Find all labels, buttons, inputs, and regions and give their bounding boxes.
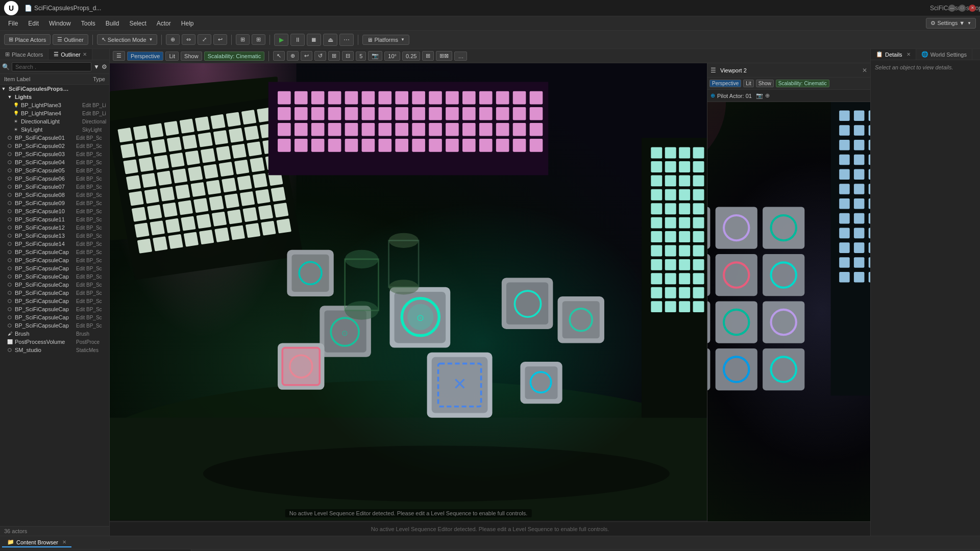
outliner-item[interactable]: ▼ Lights	[0, 93, 109, 101]
eject-btn[interactable]: ⏏	[323, 34, 337, 46]
menu-file[interactable]: File	[4, 19, 22, 28]
vp-extra-btn[interactable]: …	[454, 52, 467, 61]
menu-edit[interactable]: Edit	[24, 19, 43, 28]
outliner-item[interactable]: ⬡ BP_SciFiCapsuleCap Edit BP_Sc	[0, 272, 109, 281]
settings-dropdown[interactable]: ⚙ Settings ▼	[926, 18, 976, 29]
svg-rect-182	[496, 123, 509, 136]
vp-mode-5[interactable]: ⊞	[328, 51, 340, 61]
vp-mode-7[interactable]: 5	[356, 52, 366, 61]
vp-scale-label[interactable]: 0.25	[402, 52, 420, 61]
show-btn[interactable]: Show	[181, 52, 202, 61]
outliner-item[interactable]: ⬡ BP_SciFiCapsuleCap Edit BP_Sc	[0, 281, 109, 289]
outliner-item[interactable]: ⬡ BP_SciFiCapsuleCap Edit BP_Sc	[0, 297, 109, 305]
outliner-item[interactable]: ⬡ BP_SciFiCapsule14 Edit BP_Sc	[0, 240, 109, 248]
filter-icon[interactable]: ▼	[93, 63, 100, 70]
outliner-item[interactable]: 💡 BP_LightPlane3 Edit BP_Li	[0, 101, 109, 109]
selection-mode-btn[interactable]: ↖ Selection Mode	[97, 34, 158, 45]
outliner-item[interactable]: ⬡ BP_SciFiCapsule01 Edit BP_Sc	[0, 134, 109, 142]
outliner-item[interactable]: ⬡ BP_SciFiCapsule05 Edit BP_Sc	[0, 166, 109, 174]
vp2-camera-extra[interactable]: ⊕	[765, 92, 770, 99]
content-browser-tab[interactable]: 📁 Content Browser ✕	[2, 538, 71, 547]
vp2-close-btn[interactable]: ✕	[862, 67, 867, 74]
pause-btn[interactable]: ⏸	[290, 34, 305, 46]
vp2-show-btn[interactable]: Show	[756, 80, 774, 87]
vp-hamburger[interactable]: ☰	[113, 51, 125, 61]
outliner-item[interactable]: ⬜ PostProcessVolume PostProce	[0, 338, 109, 346]
snap-btn-2[interactable]: ⊞	[252, 34, 265, 45]
transform-btn-2[interactable]: ⇔	[182, 34, 195, 45]
vp2-lit-btn[interactable]: Lit	[743, 80, 754, 87]
transform-btn-4[interactable]: ↩	[213, 34, 227, 45]
outliner-tab[interactable]: ☰ Outliner ✕	[48, 49, 92, 60]
details-close-btn[interactable]: ✕	[906, 52, 911, 57]
outliner-btn[interactable]: ☰ Outliner	[53, 34, 88, 45]
menu-build[interactable]: Build	[102, 19, 124, 28]
lit-btn[interactable]: Lit	[165, 52, 179, 61]
svg-rect-93	[665, 161, 676, 172]
transform-btn-3[interactable]: ⤢	[198, 34, 211, 45]
vp2-perspective-btn[interactable]: Perspective	[709, 80, 741, 87]
outliner-item[interactable]: ⬡ BP_SciFiCapsule09 Edit BP_Sc	[0, 199, 109, 207]
outliner-item[interactable]: ▼ SciFiCapsulesProps_demolevel01 (	[0, 85, 109, 93]
outliner-item[interactable]: ☀ DirectionalLight Directional	[0, 117, 109, 126]
outliner-item[interactable]: ☀ SkyLight SkyLight	[0, 126, 109, 134]
outliner-item[interactable]: ⬡ BP_SciFiCapsule11 Edit BP_Sc	[0, 215, 109, 223]
outliner-item[interactable]: 🖌 Brush Brush	[0, 330, 109, 338]
menu-window[interactable]: Window	[45, 19, 75, 28]
details-tab[interactable]: 📋 Details ✕	[871, 49, 916, 60]
outliner-item[interactable]: ⬡ BP_SciFiCapsule07 Edit BP_Sc	[0, 183, 109, 191]
search-input[interactable]	[12, 62, 91, 71]
maximize-btn[interactable]: □	[959, 5, 966, 12]
menu-tools[interactable]: Tools	[77, 19, 100, 28]
vp-mode-2[interactable]: ⊕	[287, 51, 299, 61]
outliner-item[interactable]: ⬡ BP_SciFiCapsuleCap Edit BP_Sc	[0, 313, 109, 321]
vp-layout-btn[interactable]: ⊞⊠	[436, 51, 452, 61]
vp-camera-icon[interactable]: 📷	[368, 51, 382, 61]
vp-mode-6[interactable]: ⊟	[342, 51, 354, 61]
vp-mode-4[interactable]: ↺	[314, 51, 326, 61]
transform-btn-1[interactable]: ⊕	[166, 34, 180, 45]
outliner-item[interactable]: ⬡ BP_SciFiCapsule02 Edit BP_Sc	[0, 142, 109, 150]
vp2-hamburger[interactable]: ☰	[710, 67, 716, 74]
stop-btn[interactable]: ⏹	[307, 34, 321, 46]
vp-mode-3[interactable]: ↩	[301, 51, 312, 61]
outliner-item[interactable]: ⬡ BP_SciFiCapsuleCap Edit BP_Sc	[0, 305, 109, 313]
minimize-btn[interactable]: —	[948, 5, 955, 12]
item-name: BP_SciFiCapsuleCap	[15, 322, 76, 329]
close-btn[interactable]: ✕	[969, 5, 976, 12]
perspective-btn[interactable]: Perspective	[127, 52, 163, 61]
world-settings-tab[interactable]: 🌐 World Settings	[916, 49, 972, 60]
outliner-item[interactable]: 💡 BP_LightPlane4 Edit BP_Li	[0, 109, 109, 117]
extra-play-btn[interactable]: ⋯	[339, 34, 354, 46]
outliner-item[interactable]: ⬡ BP_SciFiCapsuleCap Edit BP_Sc	[0, 289, 109, 297]
vp-mode-1[interactable]: ↖	[273, 51, 285, 61]
viewport-main[interactable]: ⊙ ⊙	[110, 63, 707, 521]
vp2-scalability-btn[interactable]: Scalability: Cinematic	[776, 80, 829, 87]
cb-close-btn[interactable]: ✕	[62, 539, 66, 545]
settings-icon[interactable]: ⚙	[102, 63, 107, 70]
menu-actor[interactable]: Actor	[153, 19, 175, 28]
scalability-btn[interactable]: Scalability: Cinematic	[204, 52, 265, 61]
menu-select[interactable]: Select	[125, 19, 150, 28]
outliner-close-btn[interactable]: ✕	[83, 52, 87, 57]
outliner-item[interactable]: ⬡ BP_SciFiCapsule03 Edit BP_Sc	[0, 150, 109, 158]
place-actors-tab[interactable]: ⊞ Place Actors	[0, 49, 48, 60]
platforms-btn[interactable]: 🖥 Platforms	[362, 35, 409, 45]
outliner-item[interactable]: ⬡ BP_SciFiCapsuleCap Edit BP_Sc	[0, 321, 109, 330]
outliner-item[interactable]: ⬡ BP_SciFiCapsule10 Edit BP_Sc	[0, 207, 109, 215]
snap-btn-1[interactable]: ⊞	[236, 34, 250, 45]
outliner-item[interactable]: ⬡ BP_SciFiCapsule06 Edit BP_Sc	[0, 174, 109, 183]
outliner-item[interactable]: ⬡ BP_SciFiCapsule13 Edit BP_Sc	[0, 232, 109, 240]
outliner-item[interactable]: ⬡ BP_SciFiCapsuleCap Edit BP_Sc	[0, 264, 109, 272]
outliner-item[interactable]: ⬡ BP_SciFiCapsuleCap Edit BP_Sc	[0, 256, 109, 264]
outliner-item[interactable]: ⬡ BP_SciFiCapsule12 Edit BP_Sc	[0, 223, 109, 232]
outliner-item[interactable]: ⬡ BP_SciFiCapsule04 Edit BP_Sc	[0, 158, 109, 166]
outliner-item[interactable]: ⬡ BP_SciFiCapsule08 Edit BP_Sc	[0, 191, 109, 199]
outliner-item[interactable]: ⬡ SM_studio StaticMes	[0, 346, 109, 354]
outliner-item[interactable]: ⬡ BP_SciFiCapsuleCap Edit BP_Sc	[0, 248, 109, 256]
vp-snap-btn[interactable]: ⊞	[422, 51, 434, 61]
vp-speed-label[interactable]: 10°	[384, 52, 400, 61]
play-btn[interactable]: ▶	[274, 34, 288, 46]
place-actors-btn[interactable]: ⊞ Place Actors	[4, 34, 51, 45]
menu-help[interactable]: Help	[177, 19, 198, 28]
